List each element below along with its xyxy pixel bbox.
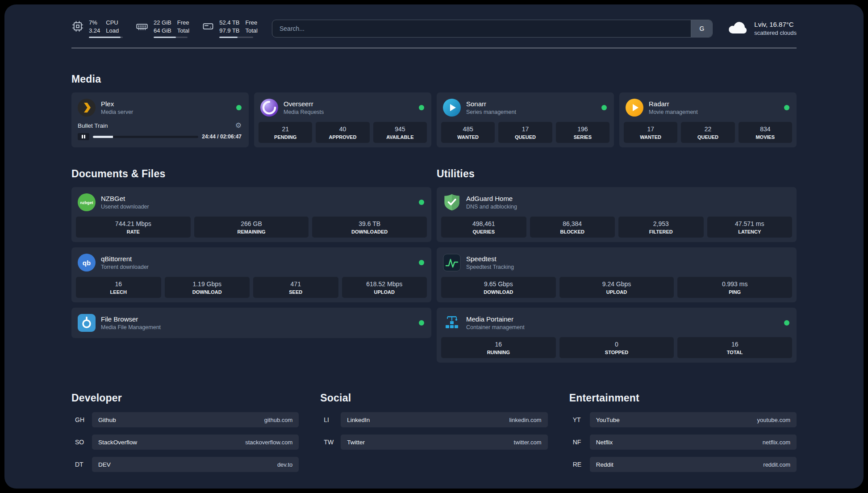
stat-latency: 47.571 ms LATENCY bbox=[707, 217, 793, 238]
section-title-entertainment: Entertainment bbox=[569, 392, 797, 404]
service-card-adguard[interactable]: AdGuard Home DNS and adblocking 498,461 … bbox=[437, 187, 797, 242]
nzbget-icon: nzbget bbox=[78, 193, 96, 211]
cpu-icon bbox=[71, 20, 84, 33]
bookmark-link-linkedin[interactable]: LinkedIn linkedin.com bbox=[341, 412, 547, 427]
service-name: Speedtest bbox=[466, 255, 514, 263]
memory-free: 22 GiB bbox=[154, 19, 171, 27]
bookmark-row: SO StackOverflow stackoverflow.com bbox=[71, 435, 299, 450]
cpu-bar bbox=[89, 37, 123, 38]
portainer-icon bbox=[443, 314, 461, 332]
status-dot bbox=[784, 105, 789, 110]
service-card-qbittorrent[interactable]: qb qBittorrent Torrent downloader 16 LEE… bbox=[71, 247, 431, 302]
pause-button[interactable] bbox=[78, 133, 89, 140]
service-name: qBittorrent bbox=[101, 255, 149, 263]
stat-approved: 40 APPROVED bbox=[316, 122, 369, 143]
section-title-documents: Documents & Files bbox=[71, 168, 431, 180]
bookmark-url: stackoverflow.com bbox=[245, 439, 292, 446]
search-bar: G bbox=[272, 20, 713, 38]
bookmark-link-stackoverflow[interactable]: StackOverflow stackoverflow.com bbox=[92, 435, 299, 450]
stat-leech: 16 LEECH bbox=[76, 277, 161, 298]
stat-download: 9.65 Gbps DOWNLOAD bbox=[441, 277, 556, 298]
memory-label-top: Free bbox=[177, 19, 189, 27]
progress-bar[interactable] bbox=[93, 136, 198, 138]
service-card-overseerr[interactable]: Overseerr Media Requests 21 PENDING 40 A… bbox=[254, 92, 431, 147]
service-card-speedtest[interactable]: Speedtest Speedtest Tracking 9.65 Gbps D… bbox=[437, 247, 797, 302]
disk-bar bbox=[219, 37, 253, 38]
service-desc: Usenet downloader bbox=[101, 204, 149, 210]
topbar-divider bbox=[71, 48, 797, 48]
svg-text:nzbget: nzbget bbox=[80, 201, 93, 205]
search-input[interactable] bbox=[272, 20, 691, 37]
status-dot bbox=[784, 320, 789, 326]
status-dot bbox=[419, 200, 424, 205]
bookmark-link-github[interactable]: Github github.com bbox=[92, 412, 299, 427]
bookmark-name: Twitter bbox=[347, 439, 365, 446]
bookmark-name: Netflix bbox=[596, 439, 613, 446]
stat-blocked: 86,384 BLOCKED bbox=[530, 217, 615, 238]
stat-total: 16 TOTAL bbox=[677, 337, 792, 358]
disk-icon bbox=[202, 20, 214, 33]
bookmark-url: linkedin.com bbox=[509, 417, 541, 423]
status-dot bbox=[236, 105, 242, 110]
service-card-plex[interactable]: Plex Media server Bullet Train ⚙ 24:44 /… bbox=[71, 92, 249, 147]
memory-icon bbox=[135, 20, 149, 33]
section-title-utilities: Utilities bbox=[437, 168, 797, 180]
bookmark-group-social: Social LI LinkedIn linkedin.com TW Twitt… bbox=[320, 392, 547, 479]
search-provider-button[interactable]: G bbox=[691, 20, 712, 37]
cpu-label-top: CPU bbox=[106, 19, 119, 27]
bookmark-link-netflix[interactable]: Netflix netflix.com bbox=[590, 435, 797, 450]
bookmarks-grid: Developer GH Github github.com SO StackO… bbox=[71, 392, 797, 479]
bookmark-url: youtube.com bbox=[757, 417, 790, 423]
gear-icon[interactable]: ⚙ bbox=[235, 122, 242, 129]
service-name: Plex bbox=[101, 100, 133, 108]
service-card-portainer[interactable]: Media Portainer Container management 16 … bbox=[437, 308, 797, 363]
disk-total: 97.9 TB bbox=[219, 27, 239, 35]
stat-download: 1.19 Gbps DOWNLOAD bbox=[165, 277, 250, 298]
bookmark-row: TW Twitter twitter.com bbox=[320, 435, 547, 450]
bookmark-row: RE Reddit reddit.com bbox=[569, 457, 797, 472]
qbittorrent-icon: qb bbox=[78, 254, 96, 272]
stat-queued: 22 QUEUED bbox=[681, 122, 734, 143]
bookmark-abbr: RE bbox=[569, 461, 590, 468]
stat-upload: 618.52 Mbps UPLOAD bbox=[342, 277, 427, 298]
bookmark-abbr: YT bbox=[569, 416, 590, 423]
bookmark-row: GH Github github.com bbox=[71, 412, 299, 427]
dashboard: 7% 3.24 CPU Load bbox=[4, 4, 864, 489]
service-desc: Media File Management bbox=[101, 324, 161, 330]
bookmark-link-youtube[interactable]: YouTube youtube.com bbox=[590, 412, 797, 427]
stat-running: 16 RUNNING bbox=[441, 337, 556, 358]
stat-queued: 17 QUEUED bbox=[498, 122, 552, 143]
bookmark-abbr: NF bbox=[569, 439, 590, 446]
section-title-media: Media bbox=[71, 73, 797, 85]
memory-label-bottom: Total bbox=[177, 27, 189, 35]
service-desc: DNS and adblocking bbox=[466, 204, 517, 210]
filebrowser-icon bbox=[78, 314, 96, 332]
service-desc: Series management bbox=[466, 109, 516, 115]
service-name: Media Portainer bbox=[466, 315, 525, 323]
service-desc: Container management bbox=[466, 324, 525, 330]
memory-total: 64 GiB bbox=[154, 27, 171, 35]
bookmark-abbr: DT bbox=[71, 461, 92, 468]
cpu-widget: 7% 3.24 CPU Load bbox=[71, 19, 123, 38]
stat-downloaded: 39.6 TB DOWNLOADED bbox=[312, 217, 427, 238]
utilities-column: Utilities AdGuard Home bbox=[437, 147, 797, 363]
service-card-sonarr[interactable]: Sonarr Series management 485 WANTED 17 Q… bbox=[437, 92, 614, 147]
bookmark-name: Github bbox=[98, 417, 116, 423]
service-card-radarr[interactable]: Radarr Movie management 17 WANTED 22 QUE… bbox=[619, 92, 797, 147]
service-name: Radarr bbox=[649, 100, 698, 108]
service-card-nzbget[interactable]: nzbget NZBGet Usenet downloader 744.21 M… bbox=[71, 187, 431, 242]
bookmark-link-reddit[interactable]: Reddit reddit.com bbox=[590, 457, 797, 472]
stat-wanted: 485 WANTED bbox=[441, 122, 495, 143]
bookmark-link-dev[interactable]: DEV dev.to bbox=[92, 457, 299, 472]
bookmark-link-twitter[interactable]: Twitter twitter.com bbox=[341, 435, 547, 450]
plex-now-playing: Bullet Train ⚙ 24:44 / 02:06:47 bbox=[76, 122, 244, 141]
stat-remaining: 266 GB REMAINING bbox=[194, 217, 309, 238]
sonarr-icon bbox=[443, 99, 461, 117]
service-name: NZBGet bbox=[101, 195, 149, 202]
service-card-filebrowser[interactable]: File Browser Media File Management bbox=[71, 308, 431, 338]
now-playing-title: Bullet Train bbox=[78, 122, 108, 129]
weather-location: Lviv, 16.87°C bbox=[754, 21, 797, 28]
section-title-social: Social bbox=[320, 392, 547, 404]
stat-stopped: 0 STOPPED bbox=[559, 337, 674, 358]
service-desc: Torrent downloader bbox=[101, 264, 149, 270]
